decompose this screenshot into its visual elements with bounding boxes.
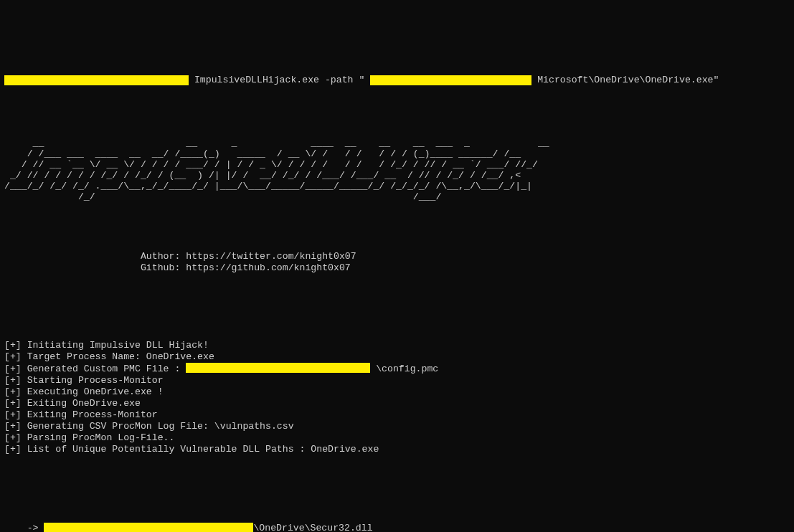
log-line: [+] Exiting OneDrive.exe: [4, 398, 141, 409]
log-line: [+] Target Process Name: OneDrive.exe: [4, 351, 214, 362]
terminal-output: ImpulsiveDLLHijack.exe -path " Microsoft…: [4, 52, 790, 532]
dll-path-column: \OneDrive\Secur32.dll \OneDrive\WININET.…: [253, 523, 481, 532]
redacted-block: [186, 363, 370, 373]
command-line: ImpulsiveDLLHijack.exe -path " Microsoft…: [4, 75, 790, 86]
dll-paths-block: -> -> -> -> -> -> -> -> -> -> -> -> -> -…: [4, 500, 790, 532]
arrow-column: -> -> -> -> -> -> -> -> -> -> -> -> -> -…: [4, 523, 44, 532]
log-block: [+] Initiating Impulsive DLL Hijack! [+]…: [4, 328, 790, 455]
redacted-block: [370, 75, 531, 85]
redacted-block-large: [44, 523, 253, 532]
author-line: Author: https://twitter.com/knight0x07: [4, 251, 356, 262]
log-line: [+] Starting Process-Monitor: [4, 375, 164, 386]
github-line: Github: https://github.com/knight0x07: [4, 262, 351, 273]
command-text: ImpulsiveDLLHijack.exe -path ": [189, 75, 370, 85]
author-info: Author: https://twitter.com/knight0x07 G…: [4, 239, 790, 274]
redacted-block: [4, 75, 189, 85]
log-line: [+] Exiting Process-Monitor: [4, 409, 158, 420]
log-pmc-suffix: \config.pmc: [370, 364, 438, 374]
log-pmc-prefix: [+] Generated Custom PMC File :: [4, 364, 186, 374]
log-line: [+] Initiating Impulsive DLL Hijack!: [4, 340, 209, 351]
log-line: [+] List of Unique Potentially Vulnerabl…: [4, 444, 379, 455]
log-line: [+] Generating CSV ProcMon Log File: \vu…: [4, 421, 294, 432]
command-text-tail: Microsoft\OneDrive\OneDrive.exe": [531, 75, 719, 85]
ascii-banner: __ __ _ ____ __ __ __ ___ _ __ / /___ __…: [4, 138, 790, 202]
log-line: [+] Executing OneDrive.exe !: [4, 386, 164, 397]
log-line: [+] Parsing ProcMon Log-File..: [4, 432, 174, 443]
